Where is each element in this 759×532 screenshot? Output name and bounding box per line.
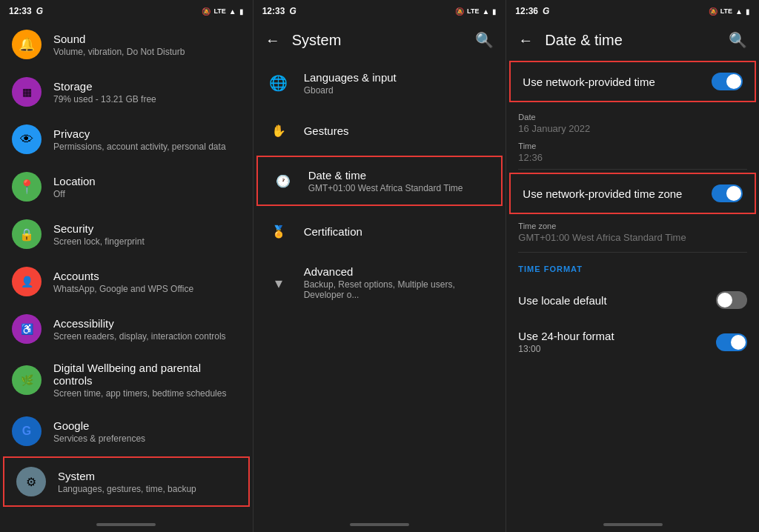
date-value: 16 January 2022 [518,123,747,139]
timezone-value: GMT+01:00 West Africa Standard Time [518,232,747,243]
advanced-icon: ▾ [265,270,292,296]
network-timezone-toggle-thumb [726,186,741,201]
setting-sound[interactable]: 🔔 Sound Volume, vibration, Do Not Distur… [0,21,253,68]
accessibility-subtitle: Screen readers, display, interaction con… [53,331,241,342]
advanced-sub: Backup, Reset options, Multiple users, D… [304,279,494,300]
lte-icon-3: LTE [720,7,732,15]
gestures-icon: ✋ [265,117,292,144]
status-left-1: 12:33 G [9,6,43,16]
gestures-text: Gestures [304,124,494,137]
datetime-back-button[interactable]: ← [518,32,533,49]
status-bar-2: 12:33 G 🔕 LTE ▲ ▮ [253,0,506,21]
locale-default-row[interactable]: Use locale default [506,279,759,321]
status-g-2: G [289,6,296,16]
status-left-3: 12:36 G [515,6,549,16]
status-time-1: 12:33 [9,6,32,16]
datetime-settings-list: Use network-provided time Date 16 Januar… [506,59,759,517]
security-subtitle: Screen lock, fingerprint [53,236,241,247]
location-text: Location Off [53,175,241,199]
format-24h-toggle-thumb [731,335,746,350]
accounts-subtitle: WhatsApp, Google and WPS Office [53,284,241,294]
security-icon: 🔒 [12,219,42,249]
system-text: System Languages, gestures, time, backup [58,470,236,494]
system-settings-list: 🌐 Languages & input Gboard ✋ Gestures 🕐 … [253,59,506,517]
status-time-3: 12:36 [515,6,538,16]
lte-icon-1: LTE [213,7,225,15]
setting-about[interactable]: ℹ About phone Nokia 6.1 Plus [0,508,253,517]
bottom-pill-2 [253,517,506,532]
system-back-button[interactable]: ← [265,32,280,49]
accounts-icon: 👤 [12,267,42,296]
format-24h-label: Use 24-hour format 13:00 [518,330,716,354]
locale-default-toggle-thumb [717,293,732,307]
status-bar-1: 12:33 G 🔕 LTE ▲ ▮ [0,0,253,21]
nav-pill-1 [96,523,156,526]
signal-icon-2: ▲ [482,7,489,16]
system-item-advanced[interactable]: ▾ Advanced Backup, Reset options, Multip… [253,255,506,310]
setting-privacy[interactable]: 👁 Privacy Permissions, account activity,… [0,116,253,163]
google-icon: G [12,416,42,446]
privacy-icon: 👁 [12,124,42,154]
format-24h-toggle[interactable] [716,333,747,351]
system-item-languages[interactable]: 🌐 Languages & input Gboard [253,59,506,107]
system-title: System [58,470,236,482]
status-right-1: 🔕 LTE ▲ ▮ [202,7,243,16]
network-time-row[interactable]: Use network-provided time [509,61,756,102]
gestures-title: Gestures [304,124,494,137]
accessibility-icon: ♿ [12,314,42,344]
sound-title: Sound [53,33,241,45]
locale-default-label: Use locale default [518,294,716,307]
time-value: 12:36 [518,152,747,163]
network-timezone-toggle[interactable] [712,184,743,202]
battery-icon-3: ▮ [746,7,750,16]
bottom-pill-1 [0,517,253,532]
status-left-2: 12:33 G [262,6,296,16]
format-24h-row[interactable]: Use 24-hour format 13:00 [506,321,759,363]
timezone-label: Time zone [518,219,747,232]
setting-security[interactable]: 🔒 Security Screen lock, fingerprint [0,210,253,258]
setting-location[interactable]: 📍 Location Off [0,163,253,210]
system-item-gestures[interactable]: ✋ Gestures [253,107,506,154]
storage-title: Storage [53,80,241,93]
timezone-section: Time zone GMT+01:00 West Africa Standard… [506,216,759,252]
certification-title: Certification [304,225,494,238]
system-search-icon[interactable]: 🔍 [475,31,494,49]
system-item-certification[interactable]: 🏅 Certification [253,207,506,255]
setting-google[interactable]: G Google Services & preferences [0,408,253,455]
network-time-toggle[interactable] [712,73,743,90]
date-label: Date [518,110,747,123]
system-item-datetime[interactable]: 🕐 Date & time GMT+01:00 West Africa Stan… [256,156,503,206]
system-subtitle: Languages, gestures, time, backup [58,484,236,494]
settings-list-1: 🔔 Sound Volume, vibration, Do Not Distur… [0,21,253,517]
storage-icon: ▦ [12,77,42,107]
status-bar-3: 12:36 G 🔕 LTE ▲ ▮ [506,0,759,21]
datetime-text: Date & time GMT+01:00 West Africa Standa… [308,169,490,193]
languages-sub: Gboard [304,85,494,96]
time-section: Time 12:36 [506,139,759,169]
status-g-1: G [36,6,43,16]
network-time-toggle-thumb [726,74,741,89]
setting-wellbeing[interactable]: 🌿 Digital Wellbeing and parental control… [0,353,253,408]
mute-icon-3: 🔕 [709,7,717,16]
wellbeing-title: Digital Wellbeing and parental controls [53,362,241,387]
advanced-title: Advanced [304,265,494,278]
time-format-header: TIME FORMAT [506,253,759,279]
datetime-sub: GMT+01:00 West Africa Standard Time [308,183,490,193]
signal-icon-3: ▲ [735,7,743,16]
system-top-bar: ← System 🔍 [253,21,506,59]
status-right-3: 🔕 LTE ▲ ▮ [709,7,750,16]
network-timezone-row[interactable]: Use network-provided time zone [509,173,756,214]
network-timezone-label: Use network-provided time zone [523,187,712,200]
system-title-bar: System [292,32,476,49]
format-24h-sub: 13:00 [518,344,716,354]
setting-storage[interactable]: ▦ Storage 79% used - 13.21 GB free [0,68,253,116]
locale-default-toggle[interactable] [716,291,747,309]
certification-text: Certification [304,225,494,238]
setting-accounts[interactable]: 👤 Accounts WhatsApp, Google and WPS Offi… [0,258,253,305]
setting-system[interactable]: ⚙ System Languages, gestures, time, back… [3,456,250,507]
accessibility-text: Accessibility Screen readers, display, i… [53,317,241,342]
location-title: Location [53,175,241,187]
setting-accessibility[interactable]: ♿ Accessibility Screen readers, display,… [0,305,253,353]
datetime-search-icon[interactable]: 🔍 [729,31,747,49]
languages-icon: 🌐 [265,70,292,96]
